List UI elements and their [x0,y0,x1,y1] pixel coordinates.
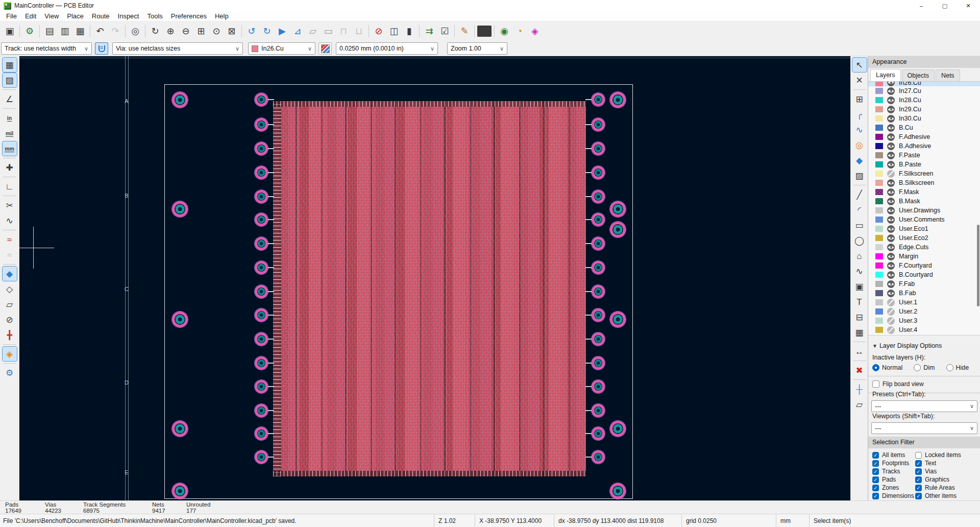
layer-row-in30-cu[interactable]: In30.Cu [868,114,980,123]
via[interactable] [610,201,626,217]
radio-normal[interactable] [872,364,879,371]
layer-row-f-mask[interactable]: F.Mask [868,187,980,197]
via[interactable] [255,404,268,417]
visibility-hidden-icon[interactable] [887,317,895,325]
draw-line-button[interactable]: ╱ [852,187,867,202]
visibility-eye-icon[interactable] [887,262,895,270]
via[interactable] [255,356,268,370]
tab-layers[interactable]: Layers [870,69,901,81]
visibility-eye-icon[interactable] [887,115,895,123]
close-button[interactable]: ✕ [957,0,980,11]
via[interactable] [592,118,605,131]
flip-board-checkbox[interactable] [872,380,879,388]
visibility-eye-icon[interactable] [887,271,895,279]
add-textbox-button[interactable]: ⊟ [852,310,867,324]
visibility-eye-icon[interactable] [887,133,895,141]
marker-tool-button[interactable]: ▮ [402,24,416,38]
draw-circle-button[interactable]: ◯ [852,233,867,248]
track-sketch-display-button[interactable]: ╋ [3,328,17,342]
layer-row-user-comments[interactable]: User.Comments [868,215,980,224]
via[interactable] [592,332,605,346]
visibility-eye-icon[interactable] [887,207,895,214]
via-size-dropdown[interactable]: Via: use netclass sizes ∨ [112,42,243,55]
visibility-hidden-icon[interactable] [887,170,895,178]
unlock-button[interactable]: ⊔ [352,24,366,38]
filter-checkbox-graphics[interactable]: ✓ [915,476,922,483]
plot-button[interactable]: ▦ [73,24,87,38]
menu-route[interactable]: Route [88,11,114,21]
local-ratsnest-button[interactable]: ✕ [852,73,867,87]
via[interactable] [610,92,626,108]
free-angle-mode-button[interactable]: ∟ [3,179,17,194]
grid-dropdown[interactable]: 0.0250 mm (0.0010 in) ∨ [336,42,438,55]
layer-row-user-1[interactable]: User.1 [868,298,980,307]
via[interactable] [255,237,268,250]
cleanup-tracks-button[interactable]: ✎ [457,24,472,38]
via[interactable] [592,213,605,226]
dim-nets-button[interactable]: ≈ [3,248,17,262]
via[interactable] [592,450,605,464]
via[interactable] [255,308,268,322]
find-button[interactable]: ◎ [128,24,142,38]
via[interactable] [592,356,605,370]
fullscreen-crosshair-button[interactable]: ✚ [3,160,17,175]
visibility-eye-icon[interactable] [887,234,895,242]
draw-bezier-button[interactable]: ∿ [852,264,867,278]
add-table-button[interactable]: ▦ [852,325,867,340]
layer-row-user-eco1[interactable]: User.Eco1 [868,224,980,233]
filter-checkbox-other-items[interactable]: ✓ [915,493,922,499]
layer-row-f-fab[interactable]: F.Fab [868,279,980,289]
filter-checkbox-text[interactable]: ✓ [915,460,922,467]
via[interactable] [172,421,188,437]
units-mm-button[interactable]: mm [3,141,17,156]
flip-button[interactable]: ▶ [275,24,289,38]
add-dimension-button[interactable]: ↔ [852,344,867,358]
layer-row-user-2[interactable]: User.2 [868,307,980,316]
filter-checkbox-all-items[interactable]: ✓ [872,452,879,459]
via[interactable] [592,427,605,440]
via[interactable] [592,285,605,298]
minimize-button[interactable]: – [910,0,933,11]
curved-ratsnest-button[interactable]: ∿ [3,213,17,228]
layer-row-f-paste[interactable]: F.Paste [868,151,980,160]
active-layer-dropdown[interactable]: In26.Cu ∨ [248,42,315,55]
page-settings-button[interactable]: ▤ [42,24,57,38]
filter-checkbox-dimensions[interactable]: ✓ [872,493,879,499]
visibility-eye-icon[interactable] [887,253,895,260]
via[interactable] [255,118,268,131]
zone-outline-display-button[interactable]: ◇ [3,282,17,296]
unused-pads-button[interactable]: ⊘ [372,24,386,38]
via[interactable] [610,222,626,237]
via[interactable] [255,190,268,203]
save-button[interactable]: ▣ [3,24,17,38]
menu-file[interactable]: File [2,11,21,21]
layer-pair-button[interactable] [318,42,332,55]
polar-coords-button[interactable]: ∠ [3,92,17,106]
board-setup-button[interactable]: ⚙ [22,24,37,38]
zoom-fit-page-button[interactable]: ⊞ [194,24,208,38]
layer-row-b-cu[interactable]: B.Cu [868,123,980,132]
via[interactable] [255,213,268,226]
layer-display-options-header[interactable]: ▼ Layer Display Options [868,342,980,349]
draw-polygon-button[interactable]: ⌂ [852,249,867,263]
layer-row-f-silkscreen[interactable]: F.Silkscreen [868,169,980,178]
via[interactable] [255,261,268,274]
select-tool-button[interactable]: ↖ [852,58,867,72]
filter-checkbox-pads[interactable]: ✓ [872,476,879,483]
menu-preferences[interactable]: Preferences [167,11,211,21]
zoom-fit-objects-button[interactable]: ⊙ [209,24,224,38]
via[interactable] [592,308,605,322]
add-via-button[interactable]: ◎ [852,138,867,152]
layer-row-in26-cu[interactable]: In26.Cu [868,82,980,86]
print-button[interactable]: ▥ [58,24,72,38]
design-rules-check-button[interactable]: ☑ [437,24,452,38]
visibility-eye-icon[interactable] [887,179,895,187]
visibility-eye-icon[interactable] [887,225,895,233]
via[interactable] [610,312,626,327]
layer-row-b-silkscreen[interactable]: B.Silkscreen [868,178,980,187]
measure-tool-button[interactable]: ▱ [852,397,867,412]
via[interactable] [610,483,626,499]
via[interactable] [255,93,268,106]
via[interactable] [592,93,605,106]
visibility-eye-icon[interactable] [887,124,895,132]
